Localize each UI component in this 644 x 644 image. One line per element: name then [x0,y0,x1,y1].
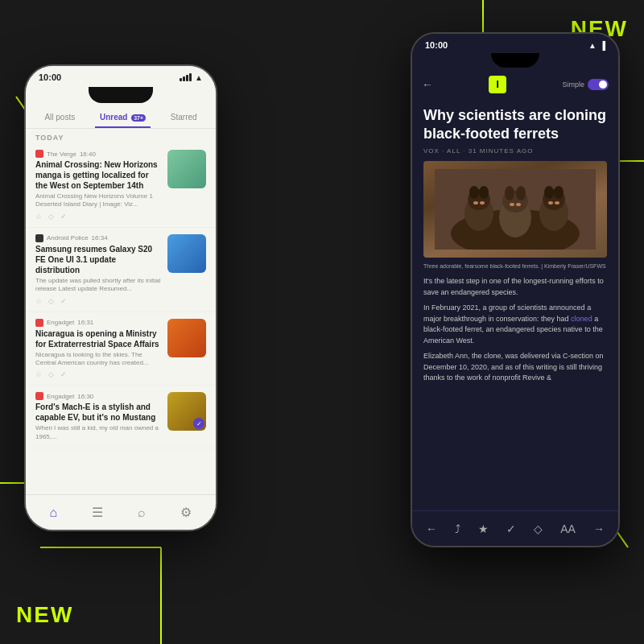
share-icon[interactable]: ◇ [48,370,54,378]
svg-point-12 [469,186,479,199]
tab-starred[interactable]: Starred [166,109,202,125]
source-icon [35,234,43,242]
news-desc: The update was pulled shortly after its … [35,277,161,294]
svg-point-18 [505,186,514,200]
news-item-text: The Verge 16:40 Animal Crossing: New Hor… [35,150,161,221]
font-size-nav-icon[interactable]: AA [560,522,576,535]
svg-point-15 [480,201,485,204]
search-nav-icon[interactable]: ⌕ [138,506,146,520]
tab-unread[interactable]: Unread 37+ [95,109,151,125]
bookmark-icon[interactable]: ☆ [35,297,42,305]
article-meta: VOX · ALL · 31 MINUTES AGO [423,147,607,155]
phone-right: 10:00 ▲ ▐ ← I Simple Why scientists are … [411,32,620,547]
left-news-list: The Verge 16:40 Animal Crossing: New Hor… [26,143,216,448]
check-icon[interactable]: ✓ [60,213,67,221]
forward-nav-icon[interactable]: → [593,522,605,535]
right-notch [412,53,618,71]
news-title: Ford's Mach-E is a stylish and capable E… [35,402,161,423]
simple-toggle-area: Simple [562,79,609,90]
app-logo: I [489,76,506,93]
signal-bars-icon [180,73,192,81]
news-item[interactable]: Engadget 16:30 Ford's Mach-E is a stylis… [26,386,216,448]
left-status-bar: 10:00 ▲ [26,66,216,85]
news-title: Samsung resumes Galaxy S20 FE One UI 3.1… [35,244,161,275]
right-article-content: Why scientists are cloning black-footed … [412,98,618,397]
bookmark-icon[interactable]: ☆ [35,213,42,221]
star-nav-icon[interactable]: ★ [478,522,489,535]
home-nav-icon[interactable]: ⌂ [50,506,58,520]
news-item-text: Engadget 16:31 Nicaragua is opening a Mi… [35,319,161,379]
right-signal-icon: ▐ [600,41,605,50]
image-caption: Three adorable, fearsome black-footed fe… [423,262,607,270]
source-icon [35,392,43,400]
source-time: 16:34 [92,234,108,242]
right-wifi-icon: ▲ [588,41,597,50]
news-thumbnail [167,150,206,188]
news-actions: ☆ ◇ ✓ [35,213,161,221]
tag-nav-icon[interactable]: ◇ [534,522,543,535]
right-header: ← I Simple [412,71,618,98]
news-item-text: Engadget 16:30 Ford's Mach-E is a stylis… [35,392,161,441]
svg-point-21 [516,203,521,206]
left-time: 10:00 [39,72,61,82]
source-time: 16:40 [80,151,96,158]
back-nav-icon[interactable]: ← [426,522,437,535]
check-nav-icon[interactable]: ✓ [506,522,516,535]
simple-toggle[interactable] [588,79,609,90]
news-source: The Verge 16:40 [35,150,161,158]
source-icon [35,150,43,158]
news-item[interactable]: Engadget 16:31 Nicaragua is opening a Mi… [26,312,216,386]
news-source: Android Police 16:34 [35,234,161,242]
source-name: Android Police [47,234,89,242]
news-item[interactable]: The Verge 16:40 Animal Crossing: New Hor… [26,143,216,228]
source-icon [35,319,43,327]
source-time: 16:30 [77,393,93,400]
news-item[interactable]: Android Police 16:34 Samsung resumes Gal… [26,228,216,312]
check-icon[interactable]: ✓ [60,370,67,378]
news-actions: ☆ ◇ ✓ [35,297,161,305]
svg-point-19 [516,186,526,200]
news-thumbnail: ✓ [167,392,206,431]
left-notch [26,85,216,106]
news-title: Animal Crossing: New Horizons manga is g… [35,159,161,191]
news-title: Nicaragua is opening a Ministry for Extr… [35,328,161,349]
cloned-link[interactable]: cloned [571,315,592,323]
tab-all-posts[interactable]: All posts [39,109,80,125]
news-thumbnail [167,319,206,357]
source-name: The Verge [47,151,76,158]
right-time: 10:00 [425,40,448,50]
left-bottom-nav: ⌂ ☰ ⌕ ⚙ [26,494,216,530]
source-name: Engadget [47,319,74,326]
phone-left: 10:00 ▲ All posts Unread 37+ Starred TOD… [24,64,217,531]
svg-point-26 [548,201,553,204]
svg-point-24 [544,186,554,199]
svg-point-25 [554,186,564,199]
check-icon[interactable]: ✓ [60,297,67,305]
news-item-text: Android Police 16:34 Samsung resumes Gal… [35,234,161,305]
right-status-icons: ▲ ▐ [588,41,605,50]
svg-point-20 [510,203,514,206]
article-paragraph2: In February 2021, a group of scientists … [423,303,607,346]
simple-label: Simple [562,80,584,89]
back-button[interactable]: ← [422,78,433,91]
news-actions: ☆ ◇ ✓ [35,370,161,378]
new-badge-bottom-left: NEW [16,602,73,628]
share-nav-icon[interactable]: ⤴ [455,522,460,535]
share-icon[interactable]: ◇ [48,213,54,221]
article-image [423,161,607,258]
settings-nav-icon[interactable]: ⚙ [180,505,192,520]
right-status-bar: 10:00 ▲ ▐ [412,34,618,53]
news-desc: Animal Crossing New Horizons Volume 1 De… [35,192,161,209]
right-bottom-nav: ← ⤴ ★ ✓ ◇ AA → [412,510,618,546]
svg-point-14 [473,201,478,204]
news-source: Engadget 16:30 [35,392,161,400]
left-tabs: All posts Unread 37+ Starred [26,106,216,129]
menu-nav-icon[interactable]: ☰ [92,505,103,520]
bookmark-icon[interactable]: ☆ [35,370,42,378]
news-thumbnail [167,234,206,273]
ferret-image [423,161,607,258]
article-paragraph1: It's the latest step in one of the longe… [423,276,607,298]
share-icon[interactable]: ◇ [48,297,54,305]
news-source: Engadget 16:31 [35,319,161,327]
left-status-icons: ▲ [180,73,203,82]
